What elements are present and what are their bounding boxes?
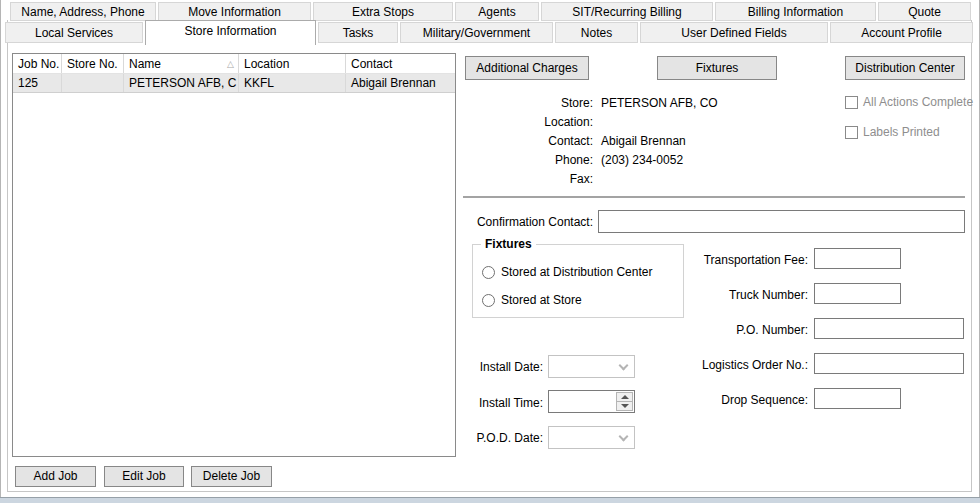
tab-extra-stops[interactable]: Extra Stops [313, 2, 453, 21]
store-label: Store: [463, 94, 593, 113]
cell-name: PETERSON AFB, C [124, 74, 239, 92]
stored-at-distribution-center-radio[interactable] [482, 266, 495, 279]
column-header-contact[interactable]: Contact [346, 54, 455, 73]
column-header-store-no[interactable]: Store No. [62, 54, 124, 73]
drop-sequence-input[interactable] [814, 388, 901, 409]
tab-agents[interactable]: Agents [455, 2, 539, 21]
truck-number-label: Truck Number: [650, 286, 808, 305]
cell-contact: Abigail Brennan [346, 74, 455, 92]
table-row-selected[interactable]: 125 PETERSON AFB, C KKFL Abigail Brennan [13, 74, 455, 93]
cell-location: KKFL [239, 74, 346, 92]
tab-user-defined-fields[interactable]: User Defined Fields [640, 22, 828, 43]
drop-sequence-label: Drop Sequence: [650, 391, 808, 410]
install-time-label: Install Time: [443, 394, 543, 413]
column-header-name[interactable]: Name △ [124, 54, 239, 73]
tab-name-address-phone[interactable]: Name, Address, Phone [10, 2, 156, 21]
install-time-input[interactable] [548, 390, 635, 413]
labels-printed-row: Labels Printed [845, 125, 940, 139]
chevron-down-icon [619, 432, 629, 442]
stored-at-store-row: Stored at Store [482, 293, 582, 307]
po-number-input[interactable] [814, 318, 964, 339]
tab-local-services[interactable]: Local Services [5, 22, 143, 43]
fax-label: Fax: [463, 170, 593, 189]
labels-printed-label: Labels Printed [863, 125, 940, 139]
window-left-edge [0, 0, 1, 497]
edit-job-button[interactable]: Edit Job [104, 466, 184, 487]
phone-label: Phone: [463, 151, 593, 170]
add-job-button[interactable]: Add Job [15, 466, 96, 487]
tab-billing-information[interactable]: Billing Information [715, 2, 876, 21]
phone-value: (203) 234-0052 [601, 151, 683, 170]
all-actions-complete-row: All Actions Complete [845, 95, 973, 109]
tab-sit-recurring-billing[interactable]: SIT/Recurring Billing [541, 2, 713, 21]
contact-value: Abigail Brennan [601, 132, 686, 151]
confirmation-contact-input[interactable] [598, 210, 965, 233]
job-table-header: Job No. Store No. Name △ Location Contac… [13, 54, 455, 74]
spinner-up-icon [621, 395, 629, 399]
all-actions-complete-checkbox[interactable] [845, 96, 858, 109]
spinner-down-icon [621, 404, 629, 408]
stored-at-distribution-center-label: Stored at Distribution Center [501, 265, 652, 279]
all-actions-complete-label: All Actions Complete [863, 95, 973, 109]
tab-notes[interactable]: Notes [555, 22, 638, 43]
page-bottom-border [7, 491, 972, 492]
spinner-down-button[interactable] [616, 402, 633, 411]
additional-charges-button[interactable]: Additional Charges [465, 56, 589, 80]
store-value: PETERSON AFB, CO [601, 94, 718, 113]
stored-at-store-label: Stored at Store [501, 293, 582, 307]
distribution-center-button[interactable]: Distribution Center [845, 56, 965, 80]
transportation-fee-label: Transportation Fee: [650, 251, 808, 270]
location-label: Location: [463, 113, 593, 132]
confirmation-contact-label: Confirmation Contact: [463, 213, 593, 232]
tab-strip-row2: Local Services Store Information Tasks M… [5, 22, 973, 45]
column-header-location[interactable]: Location [239, 54, 346, 73]
install-date-label: Install Date: [443, 358, 543, 377]
fixtures-button[interactable]: Fixtures [657, 56, 777, 80]
install-date-combo[interactable] [548, 355, 635, 378]
tab-store-information[interactable]: Store Information [145, 20, 316, 45]
fixtures-group-title: Fixtures [481, 237, 536, 251]
tab-tasks[interactable]: Tasks [318, 22, 398, 43]
sort-ascending-icon: △ [227, 54, 234, 73]
logistics-order-no-input[interactable] [814, 353, 964, 374]
cell-job-no: 125 [13, 74, 62, 92]
pod-date-label: P.O.D. Date: [443, 429, 543, 448]
column-header-job-no[interactable]: Job No. [13, 54, 62, 73]
tab-account-profile[interactable]: Account Profile [830, 22, 973, 43]
logistics-order-no-label: Logistics Order No.: [650, 356, 808, 375]
job-table: Job No. Store No. Name △ Location Contac… [12, 53, 456, 457]
contact-label: Contact: [463, 132, 593, 151]
section-divider [463, 196, 965, 198]
window-bottom-frame [0, 497, 980, 503]
po-number-label: P.O. Number: [650, 321, 808, 340]
page-right-border [971, 20, 972, 492]
delete-job-button[interactable]: Delete Job [191, 466, 272, 487]
tab-strip-row1: Name, Address, Phone Move Information Ex… [10, 2, 971, 21]
stored-at-distribution-center-row: Stored at Distribution Center [482, 265, 652, 279]
truck-number-input[interactable] [814, 283, 901, 304]
page-left-border [7, 20, 8, 492]
chevron-down-icon [619, 361, 629, 371]
tab-quote[interactable]: Quote [878, 2, 971, 21]
tab-military-government[interactable]: Military/Government [400, 22, 553, 43]
stored-at-store-radio[interactable] [482, 294, 495, 307]
transportation-fee-input[interactable] [814, 248, 901, 269]
labels-printed-checkbox[interactable] [845, 126, 858, 139]
install-time-spinner [616, 392, 633, 411]
column-header-name-label: Name [129, 54, 161, 73]
spinner-up-button[interactable] [616, 392, 633, 402]
pod-date-combo[interactable] [548, 426, 635, 449]
store-information-window: Name, Address, Phone Move Information Ex… [0, 0, 980, 503]
cell-store-no [62, 74, 124, 92]
tab-move-information[interactable]: Move Information [158, 2, 311, 21]
